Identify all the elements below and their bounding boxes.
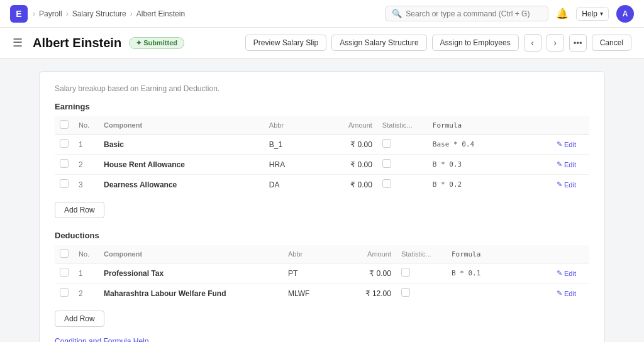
nav-right: 🔍 🔔 Help ▾ A	[385, 5, 634, 23]
table-row: 3 Dearness Allowance DA ₹ 0.00 B * 0.2 ✎…	[55, 175, 589, 195]
table-row: 1 Basic B_1 ₹ 0.00 Base * 0.4 ✎ Edit	[55, 135, 589, 155]
row-amount: ₹ 0.00	[314, 155, 377, 175]
row-formula: B * 0.2	[428, 175, 552, 195]
earnings-header-row: No. Component Abbr Amount Statistic... F…	[55, 116, 589, 135]
row-formula: Base * 0.4	[428, 135, 552, 155]
row-abbr: PT	[283, 263, 333, 284]
stat-checkbox[interactable]	[382, 139, 391, 148]
earnings-col-component: Component	[99, 116, 264, 135]
row-no: 1	[74, 135, 99, 155]
main-content: Salary breakup based on Earning and Dedu…	[0, 58, 644, 342]
assign-to-employees-button[interactable]: Assign to Employees	[432, 35, 519, 51]
row-no: 2	[74, 155, 99, 175]
edit-button[interactable]: ✎ Edit	[557, 160, 576, 168]
deductions-col-component: Component	[99, 245, 283, 263]
table-row: 2 Maharashtra Labour Welfare Fund MLWF ₹…	[55, 284, 589, 304]
help-label: Help	[582, 9, 597, 18]
search-input[interactable]	[406, 9, 541, 18]
breadcrumb-albert-einstein[interactable]: Albert Einstein	[136, 9, 185, 18]
edit-button[interactable]: ✎ Edit	[557, 140, 576, 148]
deductions-col-abbr: Abbr	[283, 245, 333, 263]
edit-button[interactable]: ✎ Edit	[557, 180, 576, 189]
edit-button[interactable]: ✎ Edit	[557, 289, 576, 297]
breadcrumb: › Payroll › Salary Structure › Albert Ei…	[33, 9, 380, 18]
row-amount: ₹ 0.00	[314, 175, 377, 195]
earnings-header-checkbox[interactable]	[60, 120, 69, 129]
pencil-icon: ✎	[557, 140, 562, 148]
sidebar-toggle[interactable]: ☰	[13, 36, 23, 50]
top-navigation: E › Payroll › Salary Structure › Albert …	[0, 0, 644, 28]
earnings-title: Earnings	[55, 102, 589, 111]
row-amount: ₹ 12.00	[333, 284, 396, 304]
earnings-table: No. Component Abbr Amount Statistic... F…	[55, 116, 589, 194]
deductions-section: Deductions No. Component Abbr Amount Sta…	[55, 231, 589, 327]
deductions-header-row: No. Component Abbr Amount Statistic... F…	[55, 245, 589, 263]
status-badge: ✦ Submitted	[129, 37, 184, 49]
status-dot: ✦	[136, 39, 143, 47]
next-button[interactable]: ›	[547, 34, 564, 52]
more-options-button[interactable]: •••	[569, 34, 587, 52]
row-checkbox[interactable]	[60, 159, 69, 168]
deductions-col-formula: Formula	[447, 245, 552, 263]
stat-checkbox[interactable]	[401, 288, 410, 297]
stat-checkbox[interactable]	[401, 268, 410, 277]
stat-checkbox[interactable]	[382, 179, 391, 188]
row-abbr: HRA	[264, 155, 314, 175]
prev-button[interactable]: ‹	[524, 34, 541, 52]
deductions-col-check	[55, 245, 74, 263]
row-checkbox[interactable]	[60, 139, 69, 148]
earnings-col-formula: Formula	[428, 116, 552, 135]
app-logo: E	[10, 5, 28, 23]
row-stat	[377, 175, 428, 195]
notification-icon[interactable]: 🔔	[556, 8, 569, 19]
row-stat	[396, 263, 447, 284]
earnings-col-no: No.	[74, 116, 99, 135]
row-abbr: MLWF	[283, 284, 333, 304]
row-checkbox[interactable]	[60, 268, 69, 277]
help-button[interactable]: Help ▾	[576, 7, 609, 21]
search-box[interactable]: 🔍	[385, 6, 548, 21]
pencil-icon: ✎	[557, 180, 562, 189]
pencil-icon: ✎	[557, 269, 562, 277]
row-abbr: DA	[264, 175, 314, 195]
row-checkbox[interactable]	[60, 179, 69, 188]
stat-checkbox[interactable]	[382, 159, 391, 168]
breadcrumb-sep: ›	[33, 9, 35, 18]
preview-salary-slip-button[interactable]: Preview Salary Slip	[245, 35, 326, 51]
row-component: Maharashtra Labour Welfare Fund	[99, 284, 283, 304]
chevron-down-icon: ▾	[600, 10, 603, 17]
row-formula: B * 0.1	[447, 263, 552, 284]
row-checkbox[interactable]	[60, 288, 69, 297]
ellipsis-icon: •••	[574, 38, 582, 48]
breadcrumb-salary-structure[interactable]: Salary Structure	[72, 9, 126, 18]
table-row: 2 House Rent Allowance HRA ₹ 0.00 B * 0.…	[55, 155, 589, 175]
edit-button[interactable]: ✎ Edit	[557, 269, 576, 277]
row-component: Basic	[99, 135, 264, 155]
avatar[interactable]: A	[616, 5, 634, 23]
deductions-header-checkbox[interactable]	[60, 249, 69, 258]
cancel-button[interactable]: Cancel	[592, 35, 631, 51]
deductions-title: Deductions	[55, 231, 589, 240]
row-stat	[396, 284, 447, 304]
earnings-col-check	[55, 116, 74, 135]
assign-salary-structure-button[interactable]: Assign Salary Structure	[331, 35, 426, 51]
row-stat	[377, 135, 428, 155]
salary-structure-card: Salary breakup based on Earning and Dedu…	[39, 71, 605, 342]
page-title: Albert Einstein	[33, 36, 121, 50]
deductions-col-stat: Statistic...	[396, 245, 447, 263]
row-no: 2	[74, 284, 99, 304]
row-component: Professional Tax	[99, 263, 283, 284]
row-amount: ₹ 0.00	[333, 263, 396, 284]
pencil-icon: ✎	[557, 160, 562, 168]
earnings-col-action	[552, 116, 589, 135]
earnings-col-stat: Statistic...	[377, 116, 428, 135]
row-stat	[377, 155, 428, 175]
deductions-add-row-button[interactable]: Add Row	[55, 311, 104, 327]
deductions-col-amount: Amount	[333, 245, 396, 263]
earnings-add-row-button[interactable]: Add Row	[55, 202, 104, 218]
row-no: 3	[74, 175, 99, 195]
deductions-col-no: No.	[74, 245, 99, 263]
breadcrumb-payroll[interactable]: Payroll	[39, 9, 62, 18]
card-subtitle: Salary breakup based on Earning and Dedu…	[55, 84, 589, 93]
condition-formula-help[interactable]: Condition and Formula Help	[55, 337, 589, 342]
